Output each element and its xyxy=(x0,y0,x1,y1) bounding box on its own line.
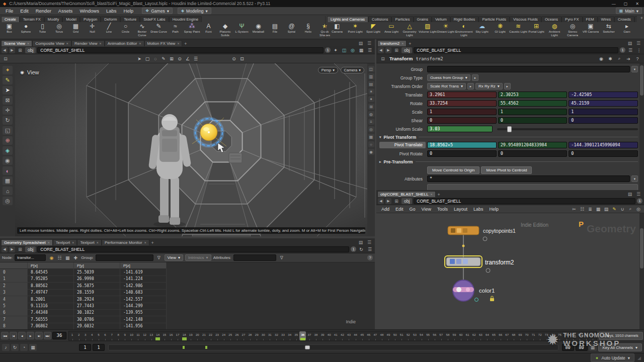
nav-back-button[interactable]: ◀ xyxy=(378,47,384,53)
games-menu[interactable]: ❖Games▾ xyxy=(142,8,173,14)
display-options-icon[interactable]: ☰ xyxy=(192,55,199,62)
snap-icon[interactable]: ∪ xyxy=(619,206,626,212)
maximize-button[interactable]: ▢ xyxy=(624,2,628,6)
frame-tick[interactable]: 22 xyxy=(207,331,214,340)
keys-info-button[interactable]: 1 keys, 10/10 channels xyxy=(599,332,643,340)
tool-gi-light[interactable]: ❋GI Light xyxy=(491,22,509,39)
list-icon[interactable]: ≣ xyxy=(587,206,594,212)
menu-item[interactable]: View xyxy=(419,207,434,212)
network-scrollbar[interactable] xyxy=(639,213,644,329)
menu-item[interactable]: Go xyxy=(407,207,419,212)
shading-icon[interactable]: ▥ xyxy=(368,73,374,79)
persp-selector[interactable]: Persp▾ xyxy=(318,67,338,73)
pane-tab[interactable]: Geometry Spreadsheet× xyxy=(1,239,53,245)
shelf-tab[interactable]: Particles xyxy=(391,16,413,22)
nav-forward-button[interactable]: ▶ xyxy=(385,47,391,53)
pane-menu-icon[interactable]: ☰ xyxy=(366,239,373,245)
frame-tick[interactable]: 4 xyxy=(89,331,95,340)
menu-item[interactable]: Labs xyxy=(103,7,120,15)
lasso-select-icon[interactable]: ◌ xyxy=(152,55,159,62)
scale-x-field[interactable]: 1 xyxy=(427,109,497,115)
tool-spray-paint[interactable]: ⁂Spray Paint xyxy=(184,22,200,39)
attributes-field[interactable] xyxy=(233,254,276,261)
pane-layout-icon[interactable]: ▤ xyxy=(626,40,633,46)
filter-icon[interactable]: ∇ xyxy=(155,254,163,261)
frame-tick[interactable]: 79 xyxy=(583,331,589,340)
close-tab-icon[interactable]: × xyxy=(177,42,179,45)
frame-tick[interactable]: 10 xyxy=(128,331,135,340)
param-scrollbar[interactable] xyxy=(639,63,644,190)
uniform-scale-field[interactable]: 3.03 xyxy=(427,126,493,132)
path-node-field[interactable]: CORE_BLAST_SHELL xyxy=(37,246,349,252)
move-tool-icon[interactable]: ✛ xyxy=(3,106,13,115)
tool-distant-light[interactable]: ☀Distant Light xyxy=(437,22,455,39)
table-row[interactable]: 17.9528526.9998-141.224 xyxy=(0,276,166,282)
menu-item[interactable]: Help xyxy=(120,7,137,15)
shelf-tab[interactable]: Modify xyxy=(44,16,62,22)
modeling-menu[interactable]: ◈Modeling▾ xyxy=(178,8,211,14)
path-context[interactable]: obj xyxy=(401,198,412,204)
frame-tick[interactable]: 9 xyxy=(122,331,128,340)
frame-tick[interactable]: 70 xyxy=(523,331,530,340)
nav-back-button[interactable]: ◀ xyxy=(378,198,384,204)
translate-y-field[interactable]: 2.30253 xyxy=(498,92,568,98)
shelf-tab[interactable]: Deform xyxy=(101,16,120,22)
close-tab-icon[interactable]: × xyxy=(100,42,102,45)
frame-tick[interactable]: 6 xyxy=(102,331,108,340)
frame-tick[interactable]: 41 xyxy=(333,331,339,340)
wireframe-icon[interactable]: ▤ xyxy=(368,81,374,87)
node-color[interactable]: color1 xyxy=(453,280,495,302)
pane-menu-icon[interactable]: ☰ xyxy=(366,40,373,46)
select-mode-icon[interactable]: ➤ xyxy=(136,55,143,62)
shelf-tab[interactable]: Houdini Engine xyxy=(169,16,202,22)
group-field[interactable] xyxy=(427,66,630,72)
translate-z-field[interactable]: -2.42505 xyxy=(569,92,638,98)
frame-tick[interactable]: 24 xyxy=(220,331,227,340)
frame-tick[interactable]: 34 xyxy=(286,331,293,340)
dopesheet-icon[interactable]: ▦ xyxy=(589,344,597,351)
tool-spiral[interactable]: @Spiral xyxy=(283,22,300,39)
tool-tube[interactable]: ▯Tube xyxy=(34,22,51,39)
camera-icon[interactable]: ◎ xyxy=(635,206,642,212)
help-icon[interactable]: ? xyxy=(634,55,641,62)
frame-tick[interactable]: 75 xyxy=(556,331,563,340)
light-tool-icon[interactable]: ◉ xyxy=(3,156,13,165)
scissors-icon[interactable]: ✂ xyxy=(571,206,578,212)
shelf-tab[interactable]: Pyro FX xyxy=(561,16,582,22)
table-row[interactable]: 59.1131627.7443-144.299 xyxy=(0,303,166,309)
next-key-button[interactable]: ▶| xyxy=(35,332,43,339)
realtime-icon[interactable]: ◔ xyxy=(20,344,28,351)
frame-tick[interactable]: 25 xyxy=(227,331,233,340)
shelf-tab[interactable]: Create xyxy=(1,16,20,22)
shelf-tab[interactable]: Polygon xyxy=(80,16,101,22)
slider-handle[interactable] xyxy=(507,126,512,132)
nav-back-button[interactable]: ◀ xyxy=(2,47,8,53)
frame-tick[interactable]: 31 xyxy=(267,331,273,340)
help-icon[interactable]: ? xyxy=(367,255,373,260)
shelf-tab[interactable]: Grains xyxy=(414,16,432,22)
camera-selector[interactable]: Camera▾ xyxy=(341,67,364,73)
frame-tick[interactable]: 54 xyxy=(418,331,425,340)
frame-tick[interactable]: 42 xyxy=(339,331,346,340)
pivot-translate-x-field[interactable]: 18.8562+5 xyxy=(427,142,497,148)
path-context[interactable]: obj xyxy=(25,47,36,53)
menu-item[interactable]: Windows xyxy=(76,7,103,15)
new-pane-tab-button[interactable]: + xyxy=(182,41,189,46)
frame-tick[interactable]: 1 xyxy=(69,331,75,340)
frame-tick[interactable]: 55 xyxy=(425,331,431,340)
desktop-selector[interactable]: ▦Main▾ xyxy=(616,8,642,14)
menu-item[interactable]: Add xyxy=(378,207,392,212)
frame-tick[interactable]: 21 xyxy=(201,331,207,340)
tool-stereo-camera[interactable]: ◎Stereo Camera xyxy=(564,22,582,39)
search-icon[interactable]: ⌕ xyxy=(616,55,623,62)
shelf-tab[interactable]: Model xyxy=(62,16,80,22)
toggle-b-icon[interactable]: ◉ xyxy=(368,149,374,155)
color-palette-icon[interactable]: ✎ xyxy=(611,206,618,212)
snapshot-icon[interactable]: ◫ xyxy=(341,47,348,53)
frame-tick[interactable]: 40 xyxy=(326,331,333,340)
frame-tick[interactable]: 27 xyxy=(240,331,247,340)
tool-circle[interactable]: ○Circle xyxy=(117,22,134,39)
table-row[interactable]: 77.5655530.0786-142.148 xyxy=(0,316,166,323)
snap-angle-icon[interactable]: ∠ xyxy=(184,55,191,62)
frame-tick[interactable]: 36 xyxy=(299,331,306,340)
